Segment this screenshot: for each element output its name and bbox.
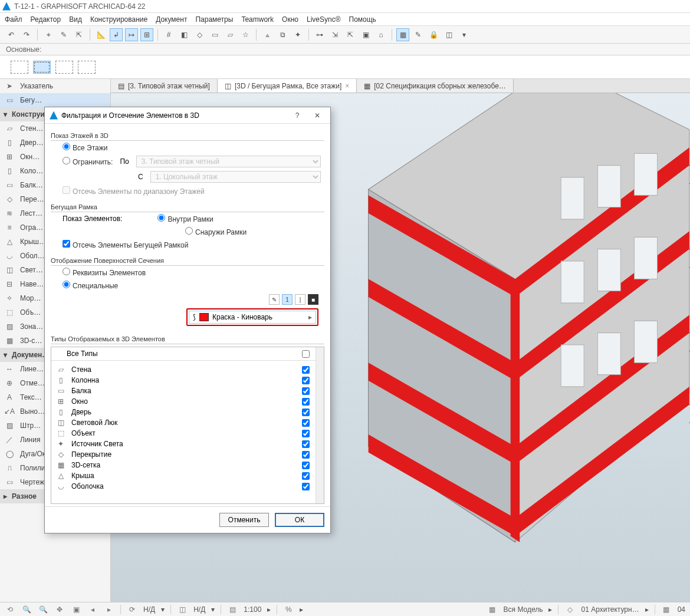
tab-close-icon[interactable]: × [345, 82, 349, 90]
pan-icon[interactable]: ✥ [54, 604, 65, 615]
menu-file[interactable]: Файл [5, 15, 22, 24]
check-wall[interactable] [302, 366, 310, 374]
snap-c-icon[interactable]: ⊞ [140, 28, 153, 41]
radio-outside-marquee[interactable]: Снаружи Рамки [185, 227, 247, 236]
layerset-icon[interactable]: ◇ [564, 604, 575, 615]
ok-button[interactable]: ОК [275, 513, 324, 527]
zoom-percent-icon[interactable]: % [283, 604, 294, 615]
check-roof[interactable] [302, 472, 310, 480]
orbit-icon[interactable]: ⟳ [127, 604, 137, 615]
link-icon[interactable]: ⊶ [313, 28, 326, 41]
tool-d-icon[interactable]: ▱ [224, 28, 236, 41]
edit-icon[interactable]: ✎ [57, 28, 70, 41]
scale-icon[interactable]: ▤ [227, 604, 238, 615]
check-lamp[interactable] [302, 440, 310, 448]
layer-icon[interactable]: ✎ [412, 28, 425, 41]
menu-options[interactable]: Параметры [195, 15, 233, 24]
favorite-icon[interactable]: ☆ [239, 28, 252, 41]
next-view-icon[interactable]: ▸ [104, 604, 114, 615]
filter-3d-icon[interactable]: ▦ [396, 28, 409, 41]
status-layerset[interactable]: 01 Архитектурн… [581, 605, 639, 614]
menu-teamwork[interactable]: Teamwork [241, 15, 274, 24]
grid-icon[interactable]: # [162, 28, 175, 41]
opt-a-icon[interactable]: ⟁ [261, 28, 274, 41]
menu-design[interactable]: Конструирование [90, 15, 147, 24]
radio-element-attrs[interactable]: Реквизиты Элементов [63, 268, 146, 277]
check-column[interactable] [302, 377, 310, 384]
pen-icon[interactable]: ✎ [269, 294, 280, 305]
element-types-list[interactable]: ▱Стена ▯Колонна ▭Балка ⊞Окно ▯Дверь ◫Све… [51, 361, 316, 503]
home-icon[interactable]: ⌂ [374, 28, 387, 41]
drop-icon[interactable]: ▾ [458, 28, 471, 41]
check-door[interactable] [302, 409, 310, 416]
dialog-titlebar[interactable]: Фильтрация и Отсечение Элементов в 3D ? … [45, 107, 330, 124]
pen-value-field[interactable]: 1 [282, 294, 293, 305]
marquee-mode-2[interactable] [33, 61, 51, 74]
tool-b-icon[interactable]: ◇ [193, 28, 206, 41]
radio-inside-marquee[interactable]: Внутри Рамки [157, 215, 213, 223]
menu-document[interactable]: Документ [156, 15, 187, 24]
snap-b-icon[interactable]: ↦ [125, 28, 138, 41]
radio-special-surfaces[interactable]: Специальные [63, 281, 118, 290]
tab-3d[interactable]: ◫[3D / Бегущая Рамка, Все этажи]× [218, 79, 357, 93]
check-mesh[interactable] [302, 462, 310, 469]
prev-view-icon[interactable]: ◂ [87, 604, 98, 615]
radio-all-stories[interactable]: Все Этажи [63, 143, 107, 152]
line-weight-icon[interactable]: | [295, 294, 305, 305]
check-slab[interactable] [302, 451, 310, 459]
types-scrollbar[interactable] [316, 347, 324, 503]
cube-icon[interactable]: ◫ [442, 28, 455, 41]
zoom-out-icon[interactable]: 🔍 [21, 604, 32, 615]
check-object[interactable] [302, 430, 310, 437]
status-model[interactable]: Вся Модель [504, 605, 543, 614]
snap-a-icon[interactable]: ↲ [110, 28, 123, 41]
tool-marquee[interactable]: ▭Бегу… [0, 93, 110, 107]
tab-schedule[interactable]: ▦[02 Спецификация сборных железобе… [357, 79, 514, 93]
check-shell[interactable] [302, 483, 310, 490]
menu-window[interactable]: Окно [282, 15, 298, 24]
cancel-button[interactable]: Отменить [219, 513, 269, 527]
dialog-close-button[interactable]: ✕ [309, 111, 326, 120]
fit-icon[interactable]: ▣ [71, 604, 81, 615]
menu-view[interactable]: Вид [69, 15, 82, 24]
dialog-help-button[interactable]: ? [289, 111, 305, 120]
checkbox-cut-range[interactable]: Отсечь Элементы по диапазону Этажей [63, 186, 205, 196]
opt-b-icon[interactable]: ⧉ [276, 28, 289, 41]
pull-icon[interactable]: ⇱ [344, 28, 357, 41]
zoom-in-icon[interactable]: 🔍 [38, 604, 48, 615]
marquee-mode-3[interactable] [55, 61, 73, 74]
measure-icon[interactable]: ⇱ [73, 28, 86, 41]
check-skylight[interactable] [302, 419, 310, 427]
tool-a-icon[interactable]: ◧ [178, 28, 190, 41]
undo-icon[interactable]: ↶ [5, 28, 18, 41]
nav-home-icon[interactable]: ⟲ [5, 604, 15, 615]
surface-picker[interactable]: ⟆ Краска - Киноварь ▸ [189, 311, 316, 324]
radio-limit-stories[interactable]: Ограничить: [63, 157, 113, 166]
status-scale[interactable]: 1:100 [244, 605, 261, 614]
marquee-mode-1[interactable] [11, 61, 28, 74]
render-icon[interactable]: ▦ [661, 604, 672, 615]
lock-icon[interactable]: 🔒 [427, 28, 440, 41]
checkbox-cut-marquee[interactable]: Отсечь Элементы Бегущей Рамкой [63, 240, 188, 249]
marquee-mode-4[interactable] [78, 61, 96, 74]
pick-icon[interactable]: ⌖ [42, 28, 55, 41]
checkbox-all-types[interactable] [302, 350, 310, 358]
tool-c-icon[interactable]: ▭ [208, 28, 221, 41]
line-color-icon[interactable]: ■ [308, 294, 318, 305]
check-beam[interactable] [302, 387, 310, 395]
check-window[interactable] [302, 398, 310, 406]
menu-livesync[interactable]: LiveSync® [307, 15, 341, 24]
view-mode-icon[interactable]: ◫ [177, 604, 188, 615]
dropdown-story-to[interactable]: 1. Цокольный этаж [150, 171, 321, 183]
redo-icon[interactable]: ↷ [20, 28, 33, 41]
menu-edit[interactable]: Редактор [31, 15, 61, 24]
ruler-icon[interactable]: 📐 [94, 28, 107, 41]
model-icon[interactable]: ▦ [487, 604, 498, 615]
tab-floorplan[interactable]: ▤[3. Типовой этаж четный] [111, 79, 218, 93]
menu-help[interactable]: Помощь [349, 15, 376, 24]
group-icon[interactable]: ▣ [359, 28, 372, 41]
tool-arrow[interactable]: ➤Указатель [0, 79, 110, 93]
dropdown-story-from[interactable]: 3. Типовой этаж четный [136, 156, 321, 167]
push-icon[interactable]: ⇲ [328, 28, 341, 41]
opt-c-icon[interactable]: ✦ [291, 28, 304, 41]
